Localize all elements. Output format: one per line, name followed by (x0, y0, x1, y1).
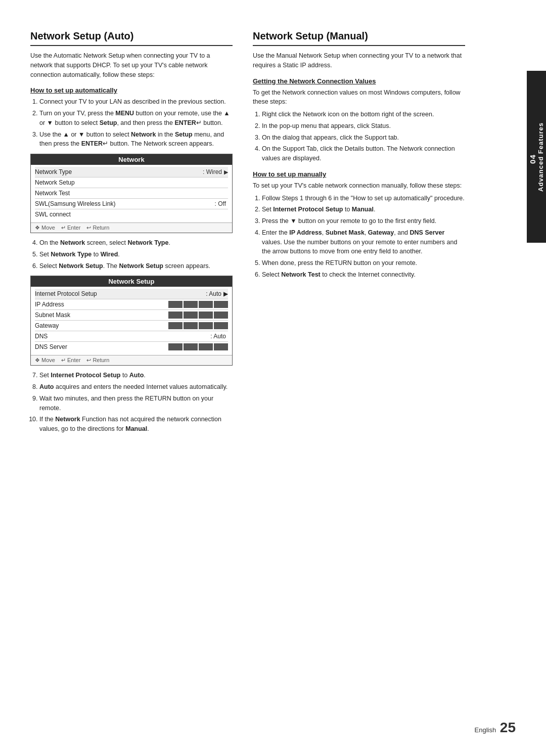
network-setup-box-body: Internet Protocol Setup : Auto ▶ IP Addr… (31, 287, 232, 355)
list-item: Use the ▲ or ▼ button to select Network … (39, 130, 233, 149)
pixel-block (214, 343, 228, 350)
pixel-block (199, 301, 213, 308)
nav-move: ❖ Move (35, 357, 55, 364)
right-subsection1-title: Getting the Network Connection Values (253, 77, 465, 85)
setup-row-dns: DNS : Auto (35, 331, 228, 342)
footer: English 25 (475, 720, 516, 736)
pixel-block (184, 312, 198, 319)
right-subsection2-title: How to set up manually (253, 170, 465, 178)
list-item: Follow Steps 1 through 6 in the "How to … (262, 194, 465, 203)
pixel-block (199, 343, 213, 350)
pixel-block (168, 312, 183, 319)
setup-row-ip: IP Address (35, 299, 228, 310)
right-subsection1-intro: To get the Network connection values on … (253, 88, 465, 107)
pixel-block (214, 301, 228, 308)
pixel-block (199, 322, 213, 329)
right-section-title: Network Setup (Manual) (253, 30, 465, 46)
right-column: Network Setup (Manual) Use the Manual Ne… (248, 30, 465, 726)
left-subsection1: How to set up automatically Connect your… (30, 86, 233, 434)
list-item: When done, press the RETURN button on yo… (262, 258, 465, 268)
nav-move: ❖ Move (35, 225, 55, 231)
list-item: Set Internet Protocol Setup to Manual. (262, 205, 465, 214)
list-item: On the Network screen, select Network Ty… (39, 238, 233, 248)
setup-row-gateway: Gateway (35, 321, 228, 331)
list-item: Connect your TV to your LAN as described… (39, 97, 233, 107)
list-item: Select Network Test to check the Interne… (262, 270, 465, 280)
network-box-title: Network (31, 154, 232, 165)
pixel-block (184, 301, 198, 308)
setup-row-dns-server: DNS Server (35, 342, 228, 352)
pixel-block (199, 312, 213, 319)
nav-return: ↩ Return (86, 357, 109, 364)
list-item: On the dialog that appears, click the Su… (262, 133, 465, 143)
network-box: Network Network Type : Wired ▶ Network S… (30, 154, 233, 233)
nav-enter: ↵ Enter (61, 357, 80, 364)
network-row-type: Network Type : Wired ▶ (35, 167, 228, 177)
side-tab: 04 Advanced Features (527, 71, 546, 243)
network-row-setup: Network Setup (35, 177, 228, 188)
setup-row-dns-label: DNS (35, 333, 210, 340)
left-intro: Use the Automatic Network Setup when con… (30, 51, 233, 79)
gateway-pixel-blocks (168, 322, 228, 329)
right-intro: Use the Manual Network Setup when connec… (253, 51, 465, 70)
pixel-block (168, 301, 183, 308)
ip-pixel-blocks (168, 301, 228, 308)
list-item: On the Support Tab, click the Details bu… (262, 144, 465, 163)
network-box-nav: ❖ Move ↵ Enter ↩ Return (31, 223, 232, 233)
steps-after-setup-box: Set Internet Protocol Setup to Auto. Aut… (39, 371, 233, 434)
setup-row-gateway-label: Gateway (35, 322, 164, 329)
side-tab-number: 04 (528, 126, 537, 192)
nav-enter: ↵ Enter (61, 225, 80, 231)
setup-row-ip-label: IP Address (35, 301, 164, 308)
list-item: If the Network Function has not acquired… (39, 415, 233, 434)
pixel-block (214, 322, 228, 329)
right-subsection2-intro: To set up your TV's cable network connec… (253, 181, 465, 191)
pixel-block (184, 322, 198, 329)
pixel-block (184, 343, 198, 350)
left-steps-initial: Connect your TV to your LAN as described… (39, 97, 233, 149)
list-item: Turn on your TV, press the MENU button o… (39, 109, 233, 128)
setup-row-subnet-label: Subnet Mask (35, 312, 164, 319)
subnet-pixel-blocks (168, 312, 228, 319)
left-section-title: Network Setup (Auto) (30, 30, 233, 46)
footer-page-number: 25 (500, 720, 516, 735)
network-row-swl-value: : Off (215, 200, 226, 207)
dns-pixel-blocks (168, 343, 228, 350)
network-setup-box-title: Network Setup (31, 276, 232, 287)
right-subsection2: How to set up manually To set up your TV… (253, 170, 465, 280)
network-row-test-label: Network Test (35, 190, 228, 197)
side-tab-text: 04 Advanced Features (528, 122, 544, 192)
setup-row-dns-value: : Auto (210, 333, 226, 340)
pixel-block (168, 322, 183, 329)
left-column: Network Setup (Auto) Use the Automatic N… (30, 30, 248, 726)
steps-after-network-box: On the Network screen, select Network Ty… (39, 238, 233, 271)
left-subsection1-title: How to set up automatically (30, 86, 233, 94)
right-subsection2-steps: Follow Steps 1 through 6 in the "How to … (262, 194, 465, 280)
list-item: Right click the Network icon on the bott… (262, 110, 465, 119)
list-item: Select Network Setup. The Network Setup … (39, 261, 233, 271)
network-row-swlconnect-label: SWL connect (35, 211, 228, 218)
setup-row-dns-server-label: DNS Server (35, 343, 164, 350)
network-row-setup-label: Network Setup (35, 179, 228, 186)
network-box-body: Network Type : Wired ▶ Network Setup Net… (31, 165, 232, 223)
right-subsection1-steps: Right click the Network icon on the bott… (262, 110, 465, 163)
nav-return: ↩ Return (86, 225, 109, 231)
network-setup-box: Network Setup Internet Protocol Setup : … (30, 276, 233, 366)
setup-row-protocol-label: Internet Protocol Setup (35, 290, 206, 297)
pixel-block (168, 343, 183, 350)
list-item: Enter the IP Address, Subnet Mask, Gatew… (262, 228, 465, 256)
right-subsection1: Getting the Network Connection Values To… (253, 77, 465, 163)
page-container: Network Setup (Auto) Use the Automatic N… (0, 0, 546, 756)
network-row-swl: SWL(Samsung Wireless Link) : Off (35, 199, 228, 209)
network-row-type-value: : Wired (203, 168, 222, 175)
network-row-swlconnect: SWL connect (35, 209, 228, 219)
list-item: Press the ▼ button on your remote to go … (262, 216, 465, 226)
footer-english-label: English (475, 726, 496, 734)
list-item: Set Network Type to Wired. (39, 250, 233, 259)
list-item: Set Internet Protocol Setup to Auto. (39, 371, 233, 380)
pixel-block (214, 312, 228, 319)
network-setup-box-nav: ❖ Move ↵ Enter ↩ Return (31, 355, 232, 365)
list-item: In the pop-up menu that appears, click S… (262, 121, 465, 131)
list-item: Wait two minutes, and then press the RET… (39, 394, 233, 413)
setup-row-protocol-value: : Auto (206, 290, 221, 297)
